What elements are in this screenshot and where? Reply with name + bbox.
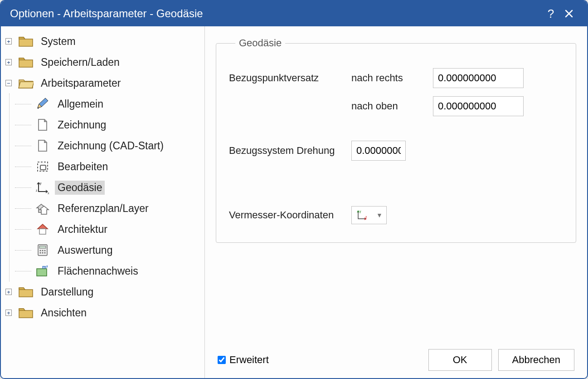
page-icon (35, 139, 50, 153)
calculator-icon (35, 243, 50, 257)
folder-icon (18, 55, 34, 69)
input-drehung[interactable] (351, 141, 406, 161)
plus-expander-icon[interactable]: + (5, 289, 12, 295)
label-nach-rechts: nach rechts (351, 72, 433, 84)
svg-text:x: x (365, 215, 367, 218)
tree-item-geodaesie[interactable]: yzx Geodäsie (35, 177, 202, 198)
svg-rect-2 (40, 165, 46, 170)
folder-icon (18, 306, 34, 320)
axis-icon: yzx (35, 181, 50, 194)
tree-item-referenzplan-layer[interactable]: Referenzplan/Layer (35, 198, 202, 219)
dropdown-vermesser-koordinaten[interactable]: yx ▼ (351, 206, 387, 224)
geodaesie-panel: Geodäsie Bezugspunktversatz nach rechts … (216, 37, 576, 243)
content-pane: Geodäsie Bezugspunktversatz nach rechts … (205, 26, 587, 378)
svg-point-9 (40, 250, 41, 251)
area-m2-icon: m² (35, 264, 50, 278)
tree-label: Allgemein (55, 97, 106, 111)
plus-expander-icon[interactable]: + (5, 59, 12, 65)
panel-legend: Geodäsie (235, 37, 285, 49)
window-title: Optionen - Arbeitsparameter - Geodäsie (10, 7, 542, 20)
svg-text:x: x (48, 192, 49, 194)
input-nach-rechts[interactable] (433, 68, 524, 88)
svg-rect-6 (39, 229, 46, 234)
tree-item-speichern-laden[interactable]: + Speichern/Laden (4, 52, 202, 73)
tree-item-allgemein[interactable]: Allgemein (35, 94, 202, 114)
tree-item-bearbeiten[interactable]: Bearbeiten (35, 156, 202, 177)
page-icon (35, 118, 50, 132)
plus-expander-icon[interactable]: + (5, 310, 12, 316)
tree-label: Arbeitsparameter (38, 76, 123, 90)
axis-xy-icon: yx (355, 209, 368, 221)
tree-item-architektur[interactable]: Architektur (35, 219, 202, 240)
cancel-button[interactable]: Abbrechen (498, 349, 574, 371)
tree-label: Ansichten (38, 306, 89, 320)
svg-point-13 (42, 252, 44, 254)
svg-rect-15 (37, 269, 47, 276)
tree-label: Flächennachweis (55, 264, 141, 278)
house-icon (35, 222, 50, 236)
plus-expander-icon[interactable]: + (5, 38, 12, 44)
label-nach-oben: nach oben (351, 100, 433, 112)
input-nach-oben[interactable] (433, 96, 524, 116)
svg-point-0 (38, 108, 39, 109)
close-icon[interactable] (560, 5, 578, 23)
tree-item-system[interactable]: + System (4, 31, 202, 52)
tree-label: System (38, 34, 78, 49)
svg-point-10 (42, 250, 44, 251)
folder-open-icon (18, 76, 34, 90)
svg-point-14 (44, 252, 46, 254)
label-bezugssystem-drehung: Bezugssystem Drehung (229, 145, 351, 157)
dialog-footer: Erweitert OK Abbrechen (216, 345, 576, 373)
tree-label: Auswertung (55, 243, 115, 257)
tree-item-auswertung[interactable]: Auswertung (35, 240, 202, 261)
tree-label: Bearbeiten (55, 160, 111, 174)
ok-button[interactable]: OK (428, 349, 492, 371)
svg-rect-8 (39, 246, 46, 248)
checkbox-erweitert-label: Erweitert (229, 354, 269, 366)
folder-icon (18, 285, 34, 299)
layers-house-icon (35, 202, 50, 215)
svg-point-12 (40, 252, 41, 254)
svg-point-11 (44, 250, 46, 251)
svg-text:z: z (36, 189, 38, 192)
label-bezugspunktversatz: Bezugspunktversatz (229, 72, 351, 84)
tree-label: Referenzplan/Layer (55, 202, 151, 216)
help-icon[interactable]: ? (542, 5, 560, 23)
minus-expander-icon[interactable]: − (5, 80, 12, 86)
tree-item-zeichnung-cad-start[interactable]: Zeichnung (CAD-Start) (35, 135, 202, 156)
options-dialog: Optionen - Arbeitsparameter - Geodäsie ?… (0, 0, 588, 379)
titlebar: Optionen - Arbeitsparameter - Geodäsie ? (1, 1, 587, 26)
tree-item-zeichnung[interactable]: Zeichnung (35, 114, 202, 135)
tree-label: Zeichnung (55, 118, 109, 132)
select-box-icon (35, 160, 50, 173)
chevron-down-icon: ▼ (376, 212, 383, 219)
tree-label: Zeichnung (CAD-Start) (55, 139, 166, 153)
svg-text:y: y (40, 182, 42, 185)
tree-label: Speichern/Laden (38, 55, 122, 69)
checkbox-erweitert[interactable]: Erweitert (218, 354, 422, 366)
pencil-icon (35, 97, 50, 111)
tree-label: Darstellung (38, 285, 96, 299)
tree-item-arbeitsparameter[interactable]: − Arbeitsparameter (4, 73, 202, 94)
tree-item-ansichten[interactable]: + Ansichten (4, 302, 202, 323)
tree-item-darstellung[interactable]: + Darstellung (4, 281, 202, 302)
tree-pane: + System + Speichern/Laden (1, 26, 205, 378)
svg-text:m²: m² (42, 265, 48, 270)
svg-text:y: y (360, 210, 361, 213)
checkbox-erweitert-input[interactable] (218, 356, 226, 364)
tree-label: Architektur (55, 222, 110, 236)
label-vermesser-koordinaten: Vermesser-Koordinaten (229, 209, 351, 221)
tree-item-flaechennachweis[interactable]: m² Flächennachweis (35, 261, 202, 281)
tree-label: Geodäsie (55, 181, 105, 195)
folder-icon (18, 34, 34, 48)
